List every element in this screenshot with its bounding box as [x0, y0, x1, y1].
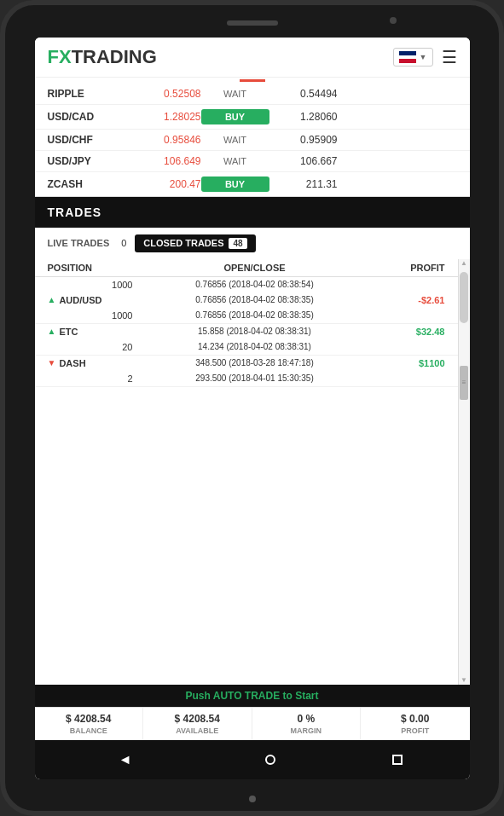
profit-val: -$2.61 [377, 295, 445, 305]
trades-table[interactable]: POSITION OPEN/CLOSE PROFIT 1000 0.76856 … [35, 259, 458, 685]
profit-val: $32.48 [377, 327, 445, 337]
screen: FX TRADING ▼ ☰ RIPPLE 0.52508 WAIT 0.54 [35, 38, 470, 779]
arrow-down-icon: ▼ [48, 358, 56, 367]
market-row-usdcad: USD/CAD 1.28025 BUY 1.28060 [35, 105, 470, 130]
arrow-up-icon: ▲ [48, 327, 56, 336]
device-frame: FX TRADING ▼ ☰ RIPPLE 0.52508 WAIT 0.54 [0, 0, 504, 816]
col-position: POSITION [48, 263, 133, 273]
open-close-val: 14.234 (2018-04-02 08:38:31) [133, 342, 377, 351]
market-name: USD/CAD [48, 111, 133, 123]
position-val: 20 [48, 342, 133, 352]
market-row-usdjpy: USD/JPY 106.649 WAIT 106.667 [35, 151, 470, 172]
balance-bar: $ 4208.54 BALANCE $ 4208.54 AVAILABLE 0 … [35, 707, 470, 740]
table-row: 1000 0.76856 (2018-04-02 08:38:35) [35, 308, 458, 323]
language-selector[interactable]: ▼ [393, 48, 433, 67]
open-close-val: 348.500 (2018-03-28 18:47:18) [133, 358, 377, 367]
device-camera [390, 17, 397, 24]
market-table: RIPPLE 0.52508 WAIT 0.54494 USD/CAD 1.28… [35, 78, 470, 197]
nav-recent-button[interactable] [392, 755, 403, 765]
trades-tabs: LIVE TRADES 0 CLOSED TRADES 48 [35, 228, 470, 259]
tab-closed[interactable]: CLOSED TRADES 48 [135, 234, 255, 252]
open-close-val: 0.76856 (2018-04-02 08:38:35) [133, 295, 377, 304]
price-change: 0.52508 [133, 88, 201, 100]
trade-symbol: ▼ DASH [48, 358, 133, 368]
table-row: ▲ ETC 15.858 (2018-04-02 08:38:31) $32.4… [35, 324, 458, 339]
available-value: $ 4208.54 [150, 713, 245, 725]
profit-item: $ 0.00 PROFIT [361, 708, 470, 740]
position-val: 1000 [48, 310, 133, 321]
scroll-up-arrow[interactable]: ▲ [460, 259, 468, 268]
market-name: ZCASH [48, 178, 133, 190]
balance-label: BALANCE [42, 726, 136, 735]
table-row: 1000 0.76856 (2018-04-02 08:38:54) [35, 277, 458, 292]
current-price: 0.54494 [269, 88, 338, 100]
position-val: 1000 [48, 280, 133, 290]
auto-trade-bar[interactable]: Push AUTO TRADE to Start [35, 685, 470, 707]
price-change: 1.28025 [133, 111, 201, 123]
market-name: USD/CHF [48, 134, 133, 146]
flag-icon [399, 51, 416, 63]
trade-group-etc: ▲ ETC 15.858 (2018-04-02 08:38:31) $32.4… [35, 324, 458, 356]
balance-item: $ 4208.54 BALANCE [35, 708, 144, 740]
col-profit: PROFIT [377, 263, 445, 273]
trades-title: TRADES [48, 205, 102, 219]
col-open-close: OPEN/CLOSE [133, 263, 377, 273]
open-close-val: 0.76856 (2018-04-02 08:38:54) [133, 280, 377, 289]
tab-closed-label: CLOSED TRADES [143, 238, 223, 248]
header: FX TRADING ▼ ☰ [35, 38, 470, 78]
profit-val: $1100 [377, 358, 445, 368]
nav-bar: ◄ [35, 740, 470, 779]
logo-trading: TRADING [72, 46, 157, 68]
symbol-name: DASH [59, 358, 85, 368]
available-label: AVAILABLE [150, 726, 245, 735]
symbol-name: ETC [59, 327, 78, 337]
market-row-ripple: RIPPLE 0.52508 WAIT 0.54494 [35, 84, 470, 105]
action-label: WAIT [201, 156, 269, 166]
margin-item: 0 % MARGIN [252, 708, 362, 740]
logo: FX TRADING [48, 46, 157, 68]
tab-live-label[interactable]: LIVE TRADES [48, 238, 110, 248]
tab-live-count: 0 [121, 238, 126, 248]
auto-trade-text: Push AUTO TRADE to Start [185, 690, 318, 702]
trades-table-container: POSITION OPEN/CLOSE PROFIT 1000 0.76856 … [35, 259, 470, 685]
scrollbar-thumb[interactable] [460, 272, 468, 323]
profit-label: PROFIT [368, 726, 463, 735]
logo-fx: FX [48, 46, 72, 68]
top-indicator [35, 78, 470, 84]
available-item: $ 4208.54 AVAILABLE [143, 708, 252, 740]
price-change: 200.47 [133, 178, 201, 190]
table-row: ▼ DASH 348.500 (2018-03-28 18:47:18) $11… [35, 356, 458, 371]
table-row: 2 293.500 (2018-04-01 15:30:35) [35, 371, 458, 386]
scrollbar[interactable]: ▲ ≡ ▼ [458, 259, 470, 685]
trade-group-dash: ▼ DASH 348.500 (2018-03-28 18:47:18) $11… [35, 356, 458, 387]
header-right: ▼ ☰ [393, 47, 457, 67]
action-label: WAIT [201, 89, 269, 99]
buy-button[interactable]: BUY [201, 109, 269, 124]
margin-label: MARGIN [259, 726, 354, 735]
market-row-usdchf: USD/CHF 0.95846 WAIT 0.95909 [35, 130, 470, 151]
margin-value: 0 % [259, 713, 354, 725]
market-row-zcash: ZCASH 200.47 BUY 211.31 [35, 172, 470, 196]
scrollbar-mid[interactable]: ≡ [460, 366, 468, 400]
current-price: 0.95909 [269, 134, 338, 146]
buy-button[interactable]: BUY [201, 177, 269, 192]
menu-icon[interactable]: ☰ [442, 47, 457, 67]
table-header-row: POSITION OPEN/CLOSE PROFIT [35, 259, 458, 277]
symbol-name: AUD/USD [59, 295, 101, 305]
market-name: RIPPLE [48, 88, 133, 100]
trade-group-audusd: 1000 0.76856 (2018-04-02 08:38:54) ▲ AUD… [35, 277, 458, 324]
nav-home-button[interactable] [265, 755, 275, 765]
device-top-bar [227, 20, 278, 26]
tab-closed-count: 48 [229, 238, 246, 249]
table-row: ▲ AUD/USD 0.76856 (2018-04-02 08:38:35) … [35, 292, 458, 308]
price-change: 106.649 [133, 155, 201, 167]
current-price: 106.667 [269, 155, 338, 167]
nav-back-button[interactable]: ◄ [101, 749, 149, 771]
open-close-val: 0.76856 (2018-04-02 08:38:35) [133, 310, 377, 320]
profit-value: $ 0.00 [368, 713, 463, 725]
open-close-val: 15.858 (2018-04-02 08:38:31) [133, 327, 377, 336]
scroll-down-arrow[interactable]: ▼ [460, 676, 468, 685]
position-val: 2 [48, 373, 133, 384]
balance-value: $ 4208.54 [42, 713, 136, 725]
chevron-down-icon: ▼ [420, 53, 427, 61]
